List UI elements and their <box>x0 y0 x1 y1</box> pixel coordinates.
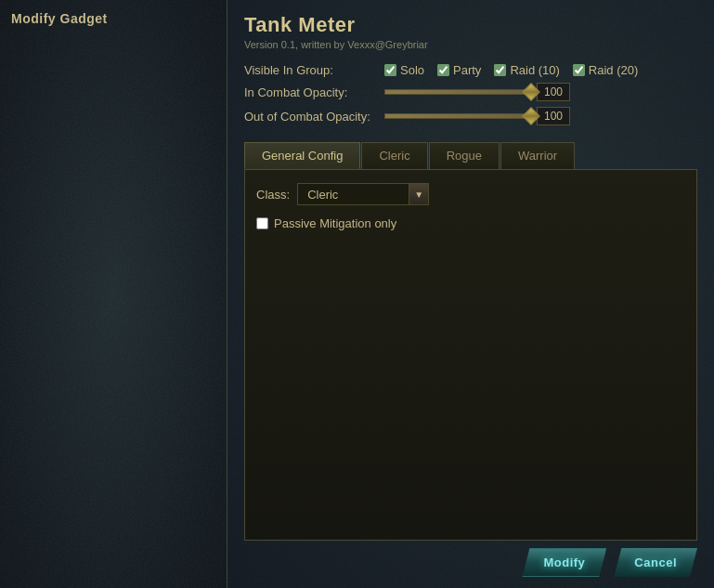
visible-in-group-checkboxes: Solo Party Raid (10) Raid (20) <box>384 63 638 77</box>
visible-in-group-label: Visible In Group: <box>244 63 379 77</box>
header: Tank Meter Version 0.1, written by Vexxx… <box>227 0 714 58</box>
passive-row: Passive Mitigation only <box>256 216 685 230</box>
raid20-checkbox[interactable] <box>573 64 585 76</box>
class-select-value: Cleric <box>297 183 409 205</box>
sidebar-title: Modify Gadget <box>11 11 215 26</box>
visible-in-group-row: Visible In Group: Solo Party Raid (10) R… <box>244 63 697 77</box>
out-of-combat-opacity-row: Out of Combat Opacity: <box>244 107 697 125</box>
class-dropdown-arrow[interactable]: ▼ <box>409 183 429 205</box>
raid10-checkbox[interactable] <box>494 64 506 76</box>
party-checkbox[interactable] <box>437 64 449 76</box>
settings-area: Visible In Group: Solo Party Raid (10) R… <box>227 58 714 138</box>
sidebar: Modify Gadget <box>0 0 227 588</box>
tab-general-config[interactable]: General Config <box>244 142 360 169</box>
tab-content-area: Class: Cleric ▼ Passive Mitigation only <box>244 170 697 541</box>
in-combat-slider-track[interactable] <box>384 89 533 95</box>
class-row: Class: Cleric ▼ <box>256 183 685 205</box>
tabs-container: General Config Cleric Rogue Warrior <box>227 142 714 170</box>
raid10-label: Raid (10) <box>510 63 559 77</box>
tab-rogue[interactable]: Rogue <box>429 142 500 169</box>
main-panel: Tank Meter Version 0.1, written by Vexxx… <box>227 0 714 588</box>
solo-label: Solo <box>400 63 424 77</box>
in-combat-opacity-input[interactable] <box>537 83 570 101</box>
solo-checkbox-item[interactable]: Solo <box>384 63 424 77</box>
passive-mitigation-label: Passive Mitigation only <box>274 216 396 230</box>
tab-warrior[interactable]: Warrior <box>500 142 575 169</box>
out-of-combat-slider-container <box>384 107 570 125</box>
raid10-checkbox-item[interactable]: Raid (10) <box>494 63 559 77</box>
out-of-combat-opacity-input[interactable] <box>537 107 570 125</box>
cancel-button[interactable]: Cancel <box>614 548 697 577</box>
tab-cleric[interactable]: Cleric <box>361 142 427 169</box>
passive-mitigation-checkbox[interactable] <box>256 217 268 229</box>
out-of-combat-slider-track[interactable] <box>384 113 533 119</box>
in-combat-opacity-label: In Combat Opacity: <box>244 85 379 99</box>
party-checkbox-item[interactable]: Party <box>437 63 481 77</box>
in-combat-slider-container <box>384 83 570 101</box>
version-text: Version 0.1, written by Vexxx@Greybriar <box>244 39 697 50</box>
tabs: General Config Cleric Rogue Warrior <box>244 142 697 170</box>
raid20-checkbox-item[interactable]: Raid (20) <box>573 63 638 77</box>
bottom-bar: Modify Cancel <box>227 541 714 588</box>
raid20-label: Raid (20) <box>589 63 638 77</box>
in-combat-opacity-row: In Combat Opacity: <box>244 83 697 101</box>
class-select[interactable]: Cleric ▼ <box>297 183 429 205</box>
panel-title: Tank Meter <box>244 13 697 37</box>
party-label: Party <box>453 63 481 77</box>
solo-checkbox[interactable] <box>384 64 396 76</box>
out-of-combat-opacity-label: Out of Combat Opacity: <box>244 110 379 124</box>
modify-button[interactable]: Modify <box>522 548 606 577</box>
class-label: Class: <box>256 188 290 202</box>
